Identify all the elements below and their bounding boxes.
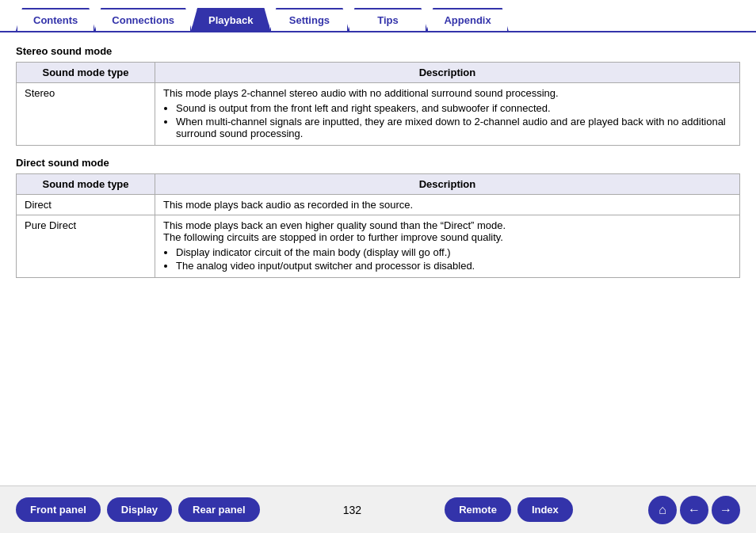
tab-contents[interactable]: Contents [16, 8, 95, 31]
bottom-nav-right: Remote Index [445, 497, 573, 522]
stereo-bullet-list: Sound is output from the front left and … [176, 102, 731, 139]
direct-type-cell: Direct [17, 195, 155, 215]
rear-panel-button[interactable]: Rear panel [178, 497, 259, 522]
nav-tabs: Contents Connections Playback Settings T… [0, 0, 756, 32]
home-button[interactable]: ⌂ [648, 496, 677, 524]
puredirect-type-cell: Pure Direct [17, 215, 155, 278]
bottom-right-icons: ⌂ ← → [648, 496, 740, 524]
display-button[interactable]: Display [107, 497, 172, 522]
home-icon: ⌂ [659, 503, 666, 517]
front-panel-button[interactable]: Front panel [16, 497, 101, 522]
tab-connections[interactable]: Connections [94, 8, 192, 31]
direct-table: Sound mode type Description Direct This … [16, 173, 740, 278]
tab-settings[interactable]: Settings [269, 8, 349, 31]
stereo-section-heading: Stereo sound mode [16, 45, 740, 57]
bottom-bar: Front panel Display Rear panel 132 Remot… [0, 485, 756, 533]
table-row: Direct This mode plays back audio as rec… [17, 195, 740, 215]
list-item: Display indicator circuit of the main bo… [176, 246, 731, 258]
direct-desc-text: This mode plays back audio as recorded i… [163, 199, 413, 211]
list-item: Sound is output from the front left and … [176, 102, 731, 114]
main-content: Stereo sound mode Sound mode type Descri… [0, 32, 756, 294]
stereo-desc-text: This mode plays 2-channel stereo audio w… [163, 87, 559, 99]
stereo-type-cell: Stereo [17, 83, 155, 146]
forward-icon: → [720, 503, 732, 517]
stereo-table: Sound mode type Description Stereo This … [16, 62, 740, 146]
direct-col-description: Description [155, 174, 740, 195]
list-item: When multi-channel signals are inputted,… [176, 116, 731, 139]
tab-playback[interactable]: Playback [191, 8, 270, 31]
puredirect-desc-text: This mode plays back an even higher qual… [163, 219, 506, 243]
remote-button[interactable]: Remote [445, 497, 511, 522]
back-icon: ← [688, 503, 701, 517]
stereo-desc-cell: This mode plays 2-channel stereo audio w… [155, 83, 740, 146]
puredirect-bullet-list: Display indicator circuit of the main bo… [176, 246, 731, 272]
direct-desc-cell: This mode plays back audio as recorded i… [155, 195, 740, 215]
stereo-col-description: Description [155, 63, 740, 83]
bottom-nav-left: Front panel Display Rear panel [16, 497, 260, 522]
tab-tips[interactable]: Tips [348, 8, 427, 31]
direct-section-heading: Direct sound mode [16, 157, 740, 169]
list-item: The analog video input/output switcher a… [176, 260, 731, 272]
stereo-col-type: Sound mode type [17, 63, 155, 83]
page-body: Contents Connections Playback Settings T… [0, 0, 756, 533]
direct-col-type: Sound mode type [17, 174, 155, 195]
table-row: Stereo This mode plays 2-channel stereo … [17, 83, 740, 146]
puredirect-desc-cell: This mode plays back an even higher qual… [155, 215, 740, 278]
index-button[interactable]: Index [517, 497, 573, 522]
forward-button[interactable]: → [712, 496, 740, 524]
tab-appendix[interactable]: Appendix [426, 8, 508, 31]
back-button[interactable]: ← [680, 496, 708, 524]
page-number: 132 [343, 504, 361, 516]
table-row: Pure Direct This mode plays back an even… [17, 215, 740, 278]
